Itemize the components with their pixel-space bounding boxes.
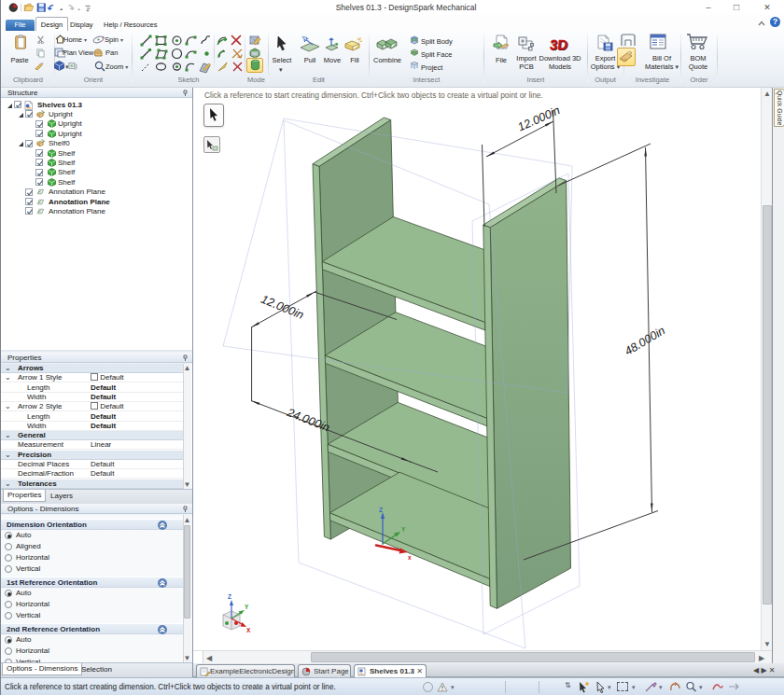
svg-text:X: X [246, 627, 251, 633]
svg-text:12.000in: 12.000in [259, 293, 306, 322]
svg-text:48.000in: 48.000in [623, 324, 667, 358]
svg-text:Y: Y [401, 526, 406, 533]
svg-text:x: x [408, 554, 412, 561]
svg-text:Z: Z [379, 507, 383, 513]
svg-text:Y: Y [245, 604, 249, 610]
svg-text:Z: Z [228, 593, 231, 600]
